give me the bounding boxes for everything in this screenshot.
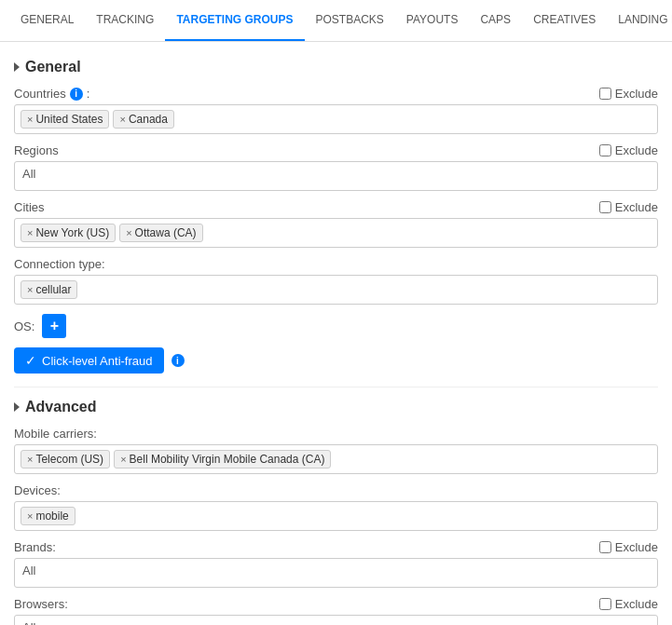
browsers-input[interactable]: All xyxy=(14,615,658,625)
carrier-tag-bell-remove[interactable]: × xyxy=(120,454,126,465)
advanced-collapse-triangle[interactable] xyxy=(14,402,20,412)
brands-label-row: Brands: Exclude xyxy=(14,540,658,554)
cities-exclude-checkbox[interactable] xyxy=(599,201,611,213)
brands-exclude-label[interactable]: Exclude xyxy=(599,540,658,554)
carrier-tag-telecom-remove[interactable]: × xyxy=(27,454,33,465)
mobile-carriers-label-row: Mobile carriers: xyxy=(14,427,658,441)
nav-caps[interactable]: CAPS xyxy=(469,0,522,41)
brands-input[interactable]: All xyxy=(14,558,658,588)
device-tag-mobile: × mobile xyxy=(21,507,75,525)
browsers-exclude-label[interactable]: Exclude xyxy=(599,597,658,611)
mobile-carriers-label: Mobile carriers: xyxy=(14,427,97,441)
nav-targeting-groups[interactable]: TARGETING GROUPS xyxy=(165,0,304,41)
antifraud-button[interactable]: ✓ Click-level Anti-fraud xyxy=(14,347,164,374)
connection-type-tag-box[interactable]: × cellular xyxy=(14,275,658,305)
browsers-label: Browsers: xyxy=(14,597,68,611)
regions-label: Regions xyxy=(14,143,59,157)
regions-label-row: Regions Exclude xyxy=(14,143,658,157)
antifraud-label: Click-level Anti-fraud xyxy=(42,354,153,368)
countries-tag-us: × United States xyxy=(21,110,109,129)
cities-exclude-label[interactable]: Exclude xyxy=(599,200,658,214)
advanced-section-title: Advanced xyxy=(25,399,96,415)
os-add-button[interactable]: + xyxy=(42,314,66,338)
top-nav: GENERAL TRACKING TARGETING GROUPS POSTBA… xyxy=(0,0,672,42)
devices-label-row: Devices: xyxy=(14,483,658,497)
cities-label: Cities xyxy=(14,200,45,214)
nav-creatives[interactable]: CREATIVES xyxy=(522,0,607,41)
cities-tag-ottawa: × Ottawa (CA) xyxy=(119,224,202,242)
regions-exclude-checkbox[interactable] xyxy=(599,144,611,156)
antifraud-checkmark-icon: ✓ xyxy=(25,353,36,368)
advanced-section-header: Advanced xyxy=(14,399,658,415)
countries-tag-box[interactable]: × United States × Canada xyxy=(14,104,658,134)
regions-exclude-label[interactable]: Exclude xyxy=(599,143,658,157)
cities-tag-ottawa-remove[interactable]: × xyxy=(126,227,131,238)
connection-type-label-row: Connection type: xyxy=(14,257,658,271)
countries-tag-ca: × Canada xyxy=(113,110,173,129)
nav-postbacks[interactable]: POSTBACKS xyxy=(305,0,395,41)
antifraud-info-icon[interactable]: i xyxy=(171,354,185,367)
antifraud-row: ✓ Click-level Anti-fraud i xyxy=(14,347,658,374)
brands-row: Brands: Exclude All xyxy=(14,540,658,588)
section-divider xyxy=(14,387,658,387)
countries-tag-us-remove[interactable]: × xyxy=(27,114,33,125)
devices-tag-box[interactable]: × mobile xyxy=(14,501,658,531)
os-label: OS: xyxy=(14,319,34,333)
regions-row: Regions Exclude All xyxy=(14,143,658,191)
devices-label: Devices: xyxy=(14,483,61,497)
countries-info-icon[interactable]: i xyxy=(70,88,83,101)
countries-exclude-checkbox[interactable] xyxy=(599,88,611,100)
connection-tag-cellular-remove[interactable]: × xyxy=(27,284,33,295)
nav-tracking[interactable]: TRACKING xyxy=(85,0,165,41)
devices-row: Devices: × mobile xyxy=(14,483,658,531)
connection-type-label: Connection type: xyxy=(14,257,105,271)
os-row: OS: + xyxy=(14,314,658,338)
general-section-header: General xyxy=(14,59,658,75)
device-tag-mobile-remove[interactable]: × xyxy=(27,510,33,522)
cities-tag-ny: × New York (US) xyxy=(21,224,116,242)
regions-input[interactable]: All xyxy=(14,161,658,191)
nav-landing-pages[interactable]: LANDING PAGES xyxy=(607,0,672,41)
carrier-tag-bell: × Bell Mobility Virgin Mobile Canada (CA… xyxy=(114,450,331,469)
mobile-carriers-tag-box[interactable]: × Telecom (US) × Bell Mobility Virgin Mo… xyxy=(14,444,658,474)
cities-label-row: Cities Exclude xyxy=(14,200,658,214)
countries-label: Countries xyxy=(14,87,66,101)
browsers-row: Browsers: Exclude All xyxy=(14,597,658,625)
nav-payouts[interactable]: PAYOUTS xyxy=(395,0,470,41)
browsers-label-row: Browsers: Exclude xyxy=(14,597,658,611)
carrier-tag-telecom: × Telecom (US) xyxy=(21,450,110,469)
mobile-carriers-row: Mobile carriers: × Telecom (US) × Bell M… xyxy=(14,427,658,474)
countries-exclude-label[interactable]: Exclude xyxy=(599,87,658,101)
countries-tag-ca-remove[interactable]: × xyxy=(119,114,125,125)
countries-label-row: Countries i : Exclude xyxy=(14,87,658,101)
cities-tag-ny-remove[interactable]: × xyxy=(27,227,33,238)
countries-row: Countries i : Exclude × United States × … xyxy=(14,87,658,134)
connection-type-row: Connection type: × cellular xyxy=(14,257,658,305)
browsers-exclude-checkbox[interactable] xyxy=(599,598,611,610)
brands-exclude-checkbox[interactable] xyxy=(599,541,611,553)
content-area: General Countries i : Exclude × United S… xyxy=(0,42,672,625)
nav-general[interactable]: GENERAL xyxy=(9,0,85,41)
general-collapse-triangle[interactable] xyxy=(14,62,20,72)
brands-label: Brands: xyxy=(14,540,56,554)
connection-tag-cellular: × cellular xyxy=(21,280,77,299)
general-section-title: General xyxy=(25,59,81,75)
cities-row: Cities Exclude × New York (US) × Ottawa … xyxy=(14,200,658,248)
cities-tag-box[interactable]: × New York (US) × Ottawa (CA) xyxy=(14,218,658,248)
